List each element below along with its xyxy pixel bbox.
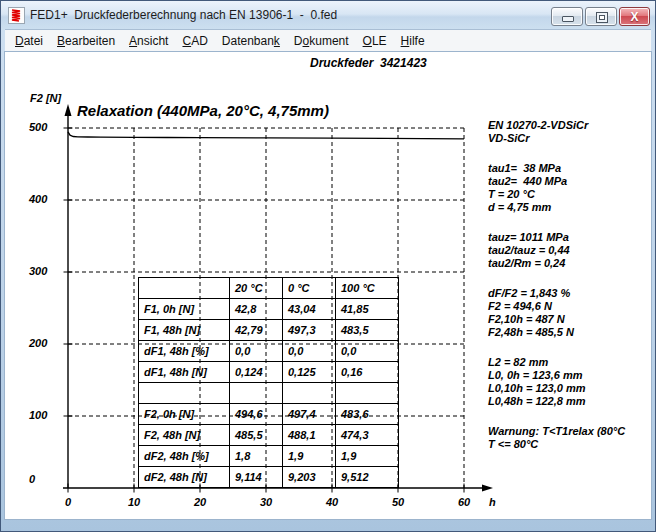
menu-bar: DateiBearbeitenAnsichtCADDatenbankDokume…	[5, 30, 651, 52]
table-cell: 494,6	[230, 404, 283, 425]
minimize-button[interactable]	[551, 7, 583, 26]
x-tick-label: 20	[185, 496, 215, 508]
table-cell	[336, 383, 399, 404]
result-block: EN 10270-2-VDSiCrVD-SiCr	[488, 119, 648, 145]
result-line: Warnung: T<T1relax (80°C	[488, 425, 648, 438]
table-cell: 9,512	[336, 467, 399, 488]
result-line: tau1= 38 MPa	[488, 162, 648, 175]
result-line: EN 10270-2-VDSiCr	[488, 119, 648, 132]
menu-item-ole[interactable]: OLE	[356, 31, 394, 51]
minimize-icon	[562, 16, 574, 22]
x-tick-label: 40	[317, 496, 347, 508]
close-button[interactable]: X	[619, 7, 650, 26]
table-header-cell: 100 °C	[336, 278, 399, 299]
result-block: dF/F2 = 1,843 %F2 = 494,6 NF2,10h = 487 …	[488, 287, 648, 339]
results-side-panel: EN 10270-2-VDSiCrVD-SiCrtau1= 38 MPatau2…	[488, 119, 648, 468]
result-line: T <= 80°C	[488, 438, 648, 451]
result-line: tau2= 440 MPa	[488, 175, 648, 188]
x-tick-label: 30	[251, 496, 281, 508]
x-tick-label: 10	[119, 496, 149, 508]
app-icon	[8, 7, 25, 24]
table-row: F2, 48h [N]485,5488,1474,3	[139, 425, 399, 446]
table-cell	[230, 383, 283, 404]
table-header-row: 20 °C0 °C100 °C	[139, 278, 399, 299]
table-cell: 1,9	[283, 446, 336, 467]
table-cell: 0,125	[283, 362, 336, 383]
table-cell: 0,0	[230, 341, 283, 362]
table-cell: F1, 48h [N]	[139, 320, 230, 341]
table-cell: F2, 0h [N]	[139, 404, 230, 425]
spring-icon	[9, 8, 24, 23]
result-line: L0,48h = 122,8 mm	[488, 395, 648, 408]
table-row: dF2, 48h [N]9,1149,2039,512	[139, 467, 399, 488]
table-cell: 0,124	[230, 362, 283, 383]
table-cell: 483,5	[336, 320, 399, 341]
window-title: FED1+ Druckfederberechnung nach EN 13906…	[30, 8, 337, 22]
result-line: T = 20 °C	[488, 188, 648, 201]
table-cell: 497,3	[283, 320, 336, 341]
table-cell: 1,9	[336, 446, 399, 467]
menu-item-datenbank[interactable]: Datenbank	[215, 31, 287, 51]
table-header-cell: 20 °C	[230, 278, 283, 299]
y-tick-label: 500	[29, 121, 65, 133]
result-line: dF/F2 = 1,843 %	[488, 287, 648, 300]
result-line: F2 = 494,6 N	[488, 300, 648, 313]
table-row: F1, 0h [N]42,843,0441,85	[139, 299, 399, 320]
menu-item-cad[interactable]: CAD	[175, 31, 214, 51]
content-area: Druckfeder 3421423 Relaxation (440MPa, 2…	[5, 52, 651, 519]
results-table: 20 °C0 °C100 °CF1, 0h [N]42,843,0441,85F…	[138, 277, 399, 488]
result-line: VD-SiCr	[488, 132, 648, 145]
result-line: tau2/tauz = 0,44	[488, 244, 648, 257]
table-cell: dF2, 48h [%]	[139, 446, 230, 467]
result-block: Warnung: T<T1relax (80°CT <= 80°C	[488, 425, 648, 451]
table-cell: 9,203	[283, 467, 336, 488]
table-row	[139, 383, 399, 404]
document-header: Druckfeder 3421423	[310, 56, 427, 70]
y-tick-label: 0	[29, 473, 65, 485]
table-cell	[283, 383, 336, 404]
menu-item-bearbeiten[interactable]: Bearbeiten	[50, 31, 122, 51]
table-row: dF1, 48h [%]0,00,00,0	[139, 341, 399, 362]
result-line: L2 = 82 mm	[488, 356, 648, 369]
table-row: dF2, 48h [%]1,81,91,9	[139, 446, 399, 467]
menu-item-dokument[interactable]: Dokument	[287, 31, 356, 51]
result-line: tau2/Rm = 0,24	[488, 257, 648, 270]
table-cell: 474,3	[336, 425, 399, 446]
x-tick-label: 50	[383, 496, 413, 508]
table-row: F2, 0h [N]494,6497,4483,6	[139, 404, 399, 425]
y-tick-label: 200	[29, 337, 65, 349]
result-line: F2,10h = 487 N	[488, 313, 648, 326]
maximize-button[interactable]	[585, 7, 617, 26]
table-row: dF1, 48h [N]0,1240,1250,16	[139, 362, 399, 383]
table-cell: 0,16	[336, 362, 399, 383]
menu-item-ansicht[interactable]: Ansicht	[122, 31, 175, 51]
table-cell: 42,79	[230, 320, 283, 341]
table-cell: 43,04	[283, 299, 336, 320]
menu-item-datei[interactable]: Datei	[8, 31, 50, 51]
table-cell: 9,114	[230, 467, 283, 488]
y-tick-label: 100	[29, 409, 65, 421]
table-cell	[139, 383, 230, 404]
title-bar[interactable]: FED1+ Druckfederberechnung nach EN 13906…	[1, 1, 655, 30]
table-cell: dF2, 48h [N]	[139, 467, 230, 488]
y-tick-label: 400	[29, 193, 65, 205]
table-cell: 42,8	[230, 299, 283, 320]
result-block: L2 = 82 mmL0, 0h = 123,6 mmL0,10h = 123,…	[488, 356, 648, 408]
result-block: tau1= 38 MPatau2= 440 MPaT = 20 °Cd = 4,…	[488, 162, 648, 214]
table-cell: 483,6	[336, 404, 399, 425]
result-block: tauz= 1011 MPatau2/tauz = 0,44tau2/Rm = …	[488, 231, 648, 270]
table-cell: 497,4	[283, 404, 336, 425]
x-tick-label: 0	[53, 496, 83, 508]
table-cell: F1, 0h [N]	[139, 299, 230, 320]
y-tick-label: 300	[29, 265, 65, 277]
table-cell: F2, 48h [N]	[139, 425, 230, 446]
menu-item-hilfe[interactable]: Hilfe	[394, 31, 432, 51]
table-header-cell	[139, 278, 230, 299]
chart-title: Relaxation (440MPa, 20°C, 4,75mm)	[77, 102, 329, 119]
result-line: tauz= 1011 MPa	[488, 231, 648, 244]
table-cell: 485,5	[230, 425, 283, 446]
result-line: F2,48h = 485,5 N	[488, 326, 648, 339]
x-axis-arrow-icon	[482, 485, 493, 492]
table-header-cell: 0 °C	[283, 278, 336, 299]
table-cell: 41,85	[336, 299, 399, 320]
